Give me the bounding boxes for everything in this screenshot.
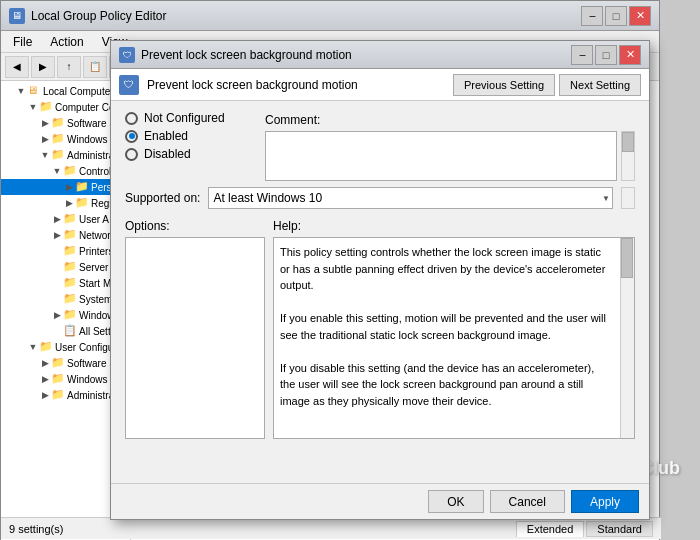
panels-row: Options: Help: This policy setting contr… — [125, 219, 635, 439]
cancel-button[interactable]: Cancel — [490, 490, 565, 513]
expander-icon: ▶ — [39, 117, 51, 129]
radio-not-configured-label: Not Configured — [144, 111, 225, 125]
next-setting-button[interactable]: Next Setting — [559, 74, 641, 96]
expander-icon — [51, 293, 63, 305]
toolbar-back[interactable]: ◀ — [5, 56, 29, 78]
folder-icon: 📁 — [63, 292, 77, 306]
supported-on-label: Supported on: — [125, 191, 200, 205]
expander-icon: ▼ — [27, 341, 39, 353]
toolbar-up[interactable]: ↑ — [57, 56, 81, 78]
comment-input[interactable] — [265, 131, 617, 181]
folder-icon: 📁 — [63, 212, 77, 226]
dialog-subheader: 🛡 Prevent lock screen background motion … — [111, 69, 649, 101]
expander-icon: ▶ — [51, 229, 63, 241]
main-window-title: Local Group Policy Editor — [31, 9, 581, 23]
radio-disabled-row: Disabled — [125, 147, 255, 161]
expander-icon — [51, 245, 63, 257]
radio-enabled-row: Enabled — [125, 129, 255, 143]
radio-disabled[interactable] — [125, 148, 138, 161]
main-titlebar: 🖥 Local Group Policy Editor ‒ □ ✕ — [1, 1, 659, 31]
supported-scrollbar — [621, 187, 635, 209]
close-button[interactable]: ✕ — [629, 6, 651, 26]
folder-icon: 📁 — [75, 196, 89, 210]
tab-extended[interactable]: Extended — [516, 521, 584, 537]
folder-icon: 📁 — [63, 260, 77, 274]
supported-on-row: Supported on: At least Windows 10 ▼ — [125, 187, 635, 209]
expander-icon: ▶ — [39, 373, 51, 385]
dialog-close-button[interactable]: ✕ — [619, 45, 641, 65]
folder-icon: 📁 — [51, 372, 65, 386]
folder-icon: 📁 — [75, 180, 89, 194]
status-tabs: Extended Standard — [516, 521, 653, 537]
dropdown-arrow-icon: ▼ — [602, 194, 610, 203]
options-label: Options: — [125, 219, 265, 233]
dialog-title: Prevent lock screen background motion — [141, 48, 571, 62]
main-titlebar-controls: ‒ □ ✕ — [581, 6, 651, 26]
minimize-button[interactable]: ‒ — [581, 6, 603, 26]
expander-icon: ▶ — [51, 309, 63, 321]
expander-icon: ▼ — [39, 149, 51, 161]
expander-icon: ▶ — [51, 213, 63, 225]
dialog-body: Not Configured Enabled Disabled Comment: — [111, 101, 649, 485]
dialog-app-icon: 🛡 — [119, 47, 135, 63]
folder-icon: 📁 — [51, 116, 65, 130]
expander-icon: ▶ — [63, 197, 75, 209]
radio-disabled-label: Disabled — [144, 147, 191, 161]
expander-icon: ▶ — [39, 389, 51, 401]
folder-icon: 📁 — [51, 132, 65, 146]
sidebar-label: Printers — [79, 246, 113, 257]
sidebar-label: Server — [79, 262, 108, 273]
expander-icon: ▼ — [27, 101, 39, 113]
list-icon: 📋 — [63, 324, 77, 338]
previous-setting-button[interactable]: Previous Setting — [453, 74, 555, 96]
radio-not-configured[interactable] — [125, 112, 138, 125]
help-box: This policy setting controls whether the… — [273, 237, 635, 439]
help-panel: Help: This policy setting controls wheth… — [273, 219, 635, 439]
maximize-button[interactable]: □ — [605, 6, 627, 26]
folder-icon: 📁 — [51, 148, 65, 162]
main-app-icon: 🖥 — [9, 8, 25, 24]
folder-icon: 📁 — [51, 388, 65, 402]
expander-icon — [51, 325, 63, 337]
dialog-nav-buttons: Previous Setting Next Setting — [453, 74, 641, 96]
folder-icon: 📁 — [63, 164, 77, 178]
comment-input-row — [265, 131, 635, 181]
sidebar-label: User A — [79, 214, 109, 225]
folder-icon: 📁 — [51, 356, 65, 370]
supported-on-value: At least Windows 10 ▼ — [208, 187, 613, 209]
dialog-minimize-button[interactable]: ‒ — [571, 45, 593, 65]
computer-icon: 🖥 — [27, 84, 41, 98]
ok-button[interactable]: OK — [428, 490, 483, 513]
folder-icon: 📁 — [63, 308, 77, 322]
folder-icon: 📁 — [63, 244, 77, 258]
radio-enabled-label: Enabled — [144, 129, 188, 143]
help-label: Help: — [273, 219, 635, 233]
expander-icon — [51, 261, 63, 273]
dialog-titlebar: 🛡 Prevent lock screen background motion … — [111, 41, 649, 69]
toolbar-forward[interactable]: ▶ — [31, 56, 55, 78]
radio-not-configured-row: Not Configured — [125, 111, 255, 125]
apply-button[interactable]: Apply — [571, 490, 639, 513]
dialog-subheader-title: Prevent lock screen background motion — [147, 78, 445, 92]
expander-icon: ▼ — [51, 165, 63, 177]
tab-standard[interactable]: Standard — [586, 521, 653, 537]
status-bar: 9 setting(s) Extended Standard — [1, 517, 661, 539]
options-box — [125, 237, 265, 439]
dialog-titlebar-controls: ‒ □ ✕ — [571, 45, 641, 65]
help-scrollbar-track — [620, 238, 634, 438]
expander-icon: ▶ — [39, 357, 51, 369]
dialog-maximize-button[interactable]: □ — [595, 45, 617, 65]
radio-enabled[interactable] — [125, 130, 138, 143]
expander-icon: ▶ — [39, 133, 51, 145]
comment-label: Comment: — [265, 111, 635, 127]
dialog-policy-icon: 🛡 — [119, 75, 139, 95]
help-text: This policy setting controls whether the… — [280, 244, 628, 409]
sidebar-label: System — [79, 294, 112, 305]
menu-file[interactable]: File — [5, 33, 40, 51]
status-text: 9 setting(s) — [9, 523, 63, 535]
expander-icon: ▶ — [63, 181, 75, 193]
comment-scrollbar-thumb — [622, 132, 634, 152]
toolbar-copy[interactable]: 📋 — [83, 56, 107, 78]
help-scrollbar-thumb — [621, 238, 633, 278]
menu-action[interactable]: Action — [42, 33, 91, 51]
